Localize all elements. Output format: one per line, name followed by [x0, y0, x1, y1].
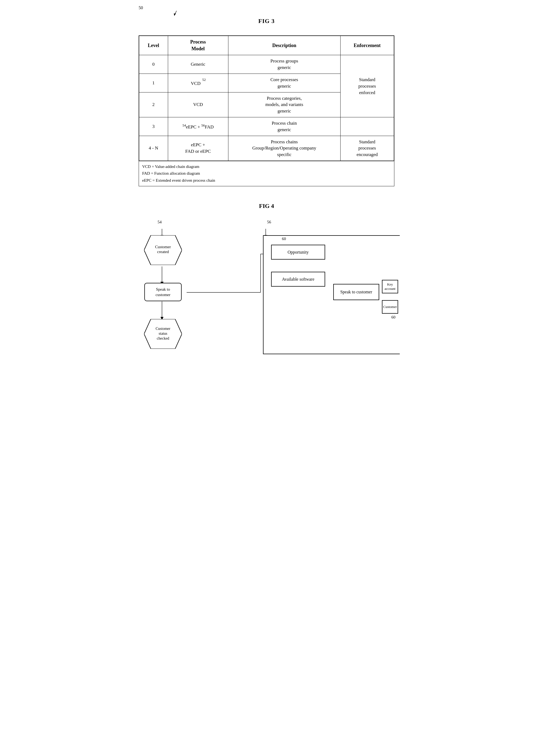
- fig4-title: FIG 4: [139, 202, 394, 209]
- cell-desc-0: Process groupsgeneric: [228, 55, 340, 74]
- customer-created-shape: Customer created: [144, 235, 182, 265]
- col-level: Level: [139, 36, 168, 55]
- cell-enforcement-0: Standardprocessesenforced: [340, 55, 394, 117]
- cell-model-3: 54eEPC + 56FAD: [168, 117, 228, 136]
- cell-model-2: VCD: [168, 92, 228, 117]
- ref-60-bottom-label: 60: [391, 315, 395, 320]
- table-row: 3 54eEPC + 56FAD Process chaingeneric: [139, 117, 394, 136]
- customer-box: Customer: [382, 300, 398, 314]
- cell-enforcement-4n: Standardprocessesencouraged: [340, 136, 394, 161]
- svg-text:Customer: Customer: [155, 245, 171, 249]
- ref-50-arrow: [174, 10, 182, 18]
- cell-desc-1: Core processesgeneric: [228, 73, 340, 92]
- cell-model-1: VCD 52: [168, 73, 228, 92]
- svg-text:status: status: [159, 332, 167, 336]
- key-account-box: Key account: [382, 280, 398, 293]
- col-enforcement: Enforcement: [340, 36, 394, 55]
- svg-rect-23: [145, 283, 181, 301]
- ref-52: 52: [202, 78, 206, 82]
- col-process-model: ProcessModel: [168, 36, 228, 55]
- table-header-row: Level ProcessModel Description Enforceme…: [139, 36, 394, 55]
- ref-60-top-label: 60: [282, 237, 286, 241]
- cell-desc-3: Process chaingeneric: [228, 117, 340, 136]
- cell-model-4n: eEPC +FAD or eEPC: [168, 136, 228, 161]
- footnote-vcd: VCD = Value-added chain diagram: [142, 163, 391, 170]
- cell-model-0: Generic: [168, 55, 228, 74]
- cell-desc-2: Process categories,models, and variantsg…: [228, 92, 340, 117]
- cell-level-1: 1: [139, 73, 168, 92]
- speak-to-customer-left-shape: Speak to customer: [144, 283, 182, 302]
- svg-text:checked: checked: [157, 337, 169, 340]
- svg-text:customer: customer: [156, 293, 171, 297]
- opportunity-box: Opportunity: [271, 245, 325, 259]
- cell-enforcement-3-empty: [340, 117, 394, 136]
- footnote-fad: FAD = Function allocation diagram: [142, 170, 391, 177]
- table-footnotes: VCD = Value-added chain diagram FAD = Fu…: [139, 161, 394, 187]
- table-row: 4 - N eEPC +FAD or eEPC Process chainsGr…: [139, 136, 394, 161]
- cell-desc-4n: Process chainsGroup/Region/Operating com…: [228, 136, 340, 161]
- ref-50-label: 50: [139, 5, 143, 10]
- footnote-eepc: eEPC = Extended event driven process cha…: [142, 177, 391, 184]
- ref-54-label: 54: [158, 220, 162, 225]
- fig3-table-wrapper: Level ProcessModel Description Enforceme…: [139, 36, 394, 186]
- cell-level-4n: 4 - N: [139, 136, 168, 161]
- fig4-section: FIG 4: [139, 202, 394, 385]
- svg-text:Customer: Customer: [156, 327, 171, 331]
- customer-status-checked-shape: Customer status checked: [144, 319, 182, 349]
- speak-to-customer-right-box: Speak to customer: [333, 284, 379, 300]
- svg-text:Speak to: Speak to: [156, 287, 170, 291]
- svg-marker-1: [174, 14, 176, 16]
- fig3-title: FIG 3: [139, 17, 394, 25]
- col-description: Description: [228, 36, 340, 55]
- fig3-table: Level ProcessModel Description Enforceme…: [139, 36, 394, 161]
- diagram-area: 54 56 Customer created Speak to customer…: [139, 218, 394, 385]
- cell-level-0: 0: [139, 55, 168, 74]
- cell-level-3: 3: [139, 117, 168, 136]
- table-row: 0 Generic Process groupsgeneric Standard…: [139, 55, 394, 74]
- fig3-section: 50 FIG 3 Level ProcessModel Description …: [139, 5, 394, 186]
- ref-56-label: 56: [267, 220, 271, 225]
- svg-text:created: created: [157, 250, 169, 254]
- available-software-box: Available software: [271, 272, 325, 286]
- cell-level-2: 2: [139, 92, 168, 117]
